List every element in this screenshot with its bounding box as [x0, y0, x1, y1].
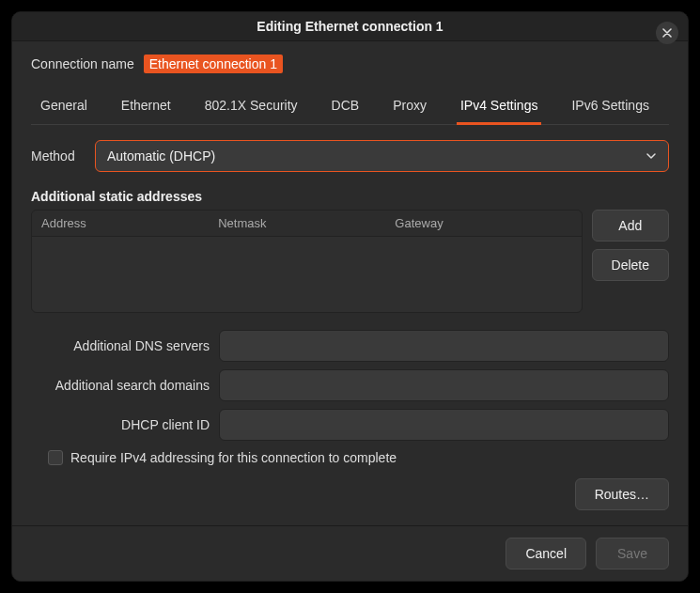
- search-domains-label: Additional search domains: [31, 378, 210, 393]
- search-domains-row: Additional search domains: [31, 369, 669, 401]
- addresses-table-header: Address Netmask Gateway: [32, 211, 582, 237]
- require-ipv4-checkbox[interactable]: [48, 450, 63, 465]
- routes-row: Routes…: [31, 478, 669, 510]
- dns-row: Additional DNS servers: [31, 330, 669, 362]
- connection-name-row: Connection name Ethernet connection 1: [31, 55, 669, 73]
- connection-name-value[interactable]: Ethernet connection 1: [144, 55, 283, 73]
- tab-ipv4[interactable]: IPv4 Settings: [457, 88, 542, 125]
- save-button[interactable]: Save: [596, 538, 669, 570]
- chevron-down-icon: [646, 150, 657, 162]
- dhcp-client-input[interactable]: [219, 409, 669, 441]
- method-select[interactable]: Automatic (DHCP): [95, 140, 669, 172]
- connection-name-label: Connection name: [31, 56, 134, 71]
- require-ipv4-label: Require IPv4 addressing for this connect…: [70, 450, 397, 465]
- delete-button[interactable]: Delete: [592, 249, 669, 281]
- tab-security[interactable]: 802.1X Security: [201, 88, 302, 125]
- method-label: Method: [31, 148, 84, 164]
- close-button[interactable]: [656, 22, 678, 44]
- close-icon: [662, 28, 672, 38]
- cancel-button[interactable]: Cancel: [506, 538, 586, 570]
- col-address[interactable]: Address: [41, 216, 218, 230]
- window-title: Editing Ethernet connection 1: [257, 19, 443, 34]
- titlebar: Editing Ethernet connection 1: [12, 12, 688, 41]
- add-button[interactable]: Add: [592, 210, 669, 242]
- tab-ipv6[interactable]: IPv6 Settings: [568, 88, 653, 125]
- dialog-footer: Cancel Save: [12, 525, 688, 581]
- extra-fields: Additional DNS servers Additional search…: [31, 330, 669, 441]
- search-domains-input[interactable]: [219, 369, 669, 401]
- dialog-window: Editing Ethernet connection 1 Connection…: [11, 11, 689, 582]
- addresses-table[interactable]: Address Netmask Gateway: [31, 210, 583, 313]
- dns-label: Additional DNS servers: [31, 338, 210, 353]
- col-netmask[interactable]: Netmask: [218, 216, 395, 230]
- tab-bar: General Ethernet 802.1X Security DCB Pro…: [31, 88, 669, 125]
- content-area: Connection name Ethernet connection 1 Ge…: [12, 41, 688, 525]
- col-gateway[interactable]: Gateway: [395, 216, 571, 230]
- addresses-area: Address Netmask Gateway Add Delete: [31, 210, 669, 313]
- method-selected-value: Automatic (DHCP): [107, 148, 215, 164]
- addresses-header: Additional static addresses: [31, 189, 669, 204]
- require-ipv4-row: Require IPv4 addressing for this connect…: [31, 450, 669, 465]
- dns-input[interactable]: [219, 330, 669, 362]
- routes-button[interactable]: Routes…: [575, 478, 669, 510]
- dhcp-client-label: DHCP client ID: [31, 417, 210, 432]
- tab-dcb[interactable]: DCB: [328, 88, 364, 125]
- tab-general[interactable]: General: [37, 88, 91, 125]
- tab-ethernet[interactable]: Ethernet: [117, 88, 175, 125]
- ipv4-section: Method Automatic (DHCP) Additional stati…: [31, 125, 669, 510]
- dhcp-client-row: DHCP client ID: [31, 409, 669, 441]
- method-row: Method Automatic (DHCP): [31, 140, 669, 172]
- addresses-buttons: Add Delete: [592, 210, 669, 313]
- tab-proxy[interactable]: Proxy: [389, 88, 430, 125]
